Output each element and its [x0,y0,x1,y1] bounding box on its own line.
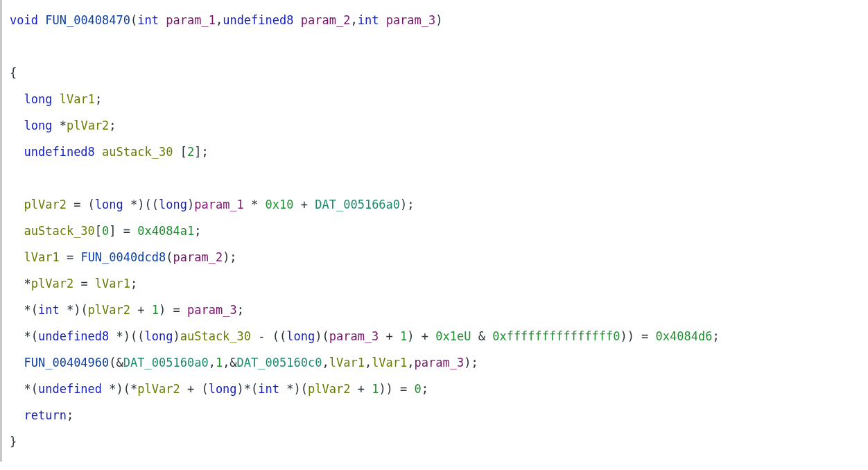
code-line: auStack_30[0] = 0x4084a1; [10,224,201,238]
code-line: plVar2 = (long *)((long)param_1 * 0x10 +… [10,198,415,211]
decompile-view[interactable]: void FUN_00408470(int param_1,undefined8… [0,0,868,462]
code-line: long *plVar2; [10,119,116,132]
param[interactable]: param_1 [166,13,216,27]
local-var[interactable]: auStack_30 [102,145,173,159]
code-line: long lVar1; [10,92,102,106]
code-line: *plVar2 = lVar1; [10,277,137,290]
code-line: } [10,435,17,449]
local-var[interactable]: lVar1 [60,92,95,106]
code-line: { [10,66,17,80]
global-data[interactable]: DAT_005160a0 [123,356,209,369]
param[interactable]: param_3 [386,13,436,27]
param[interactable]: param_2 [301,13,351,27]
code-line: *(int *)(plVar2 + 1) = param_3; [10,303,244,317]
global-data[interactable]: DAT_005160c0 [237,356,322,369]
code-line: void FUN_00408470(int param_1,undefined8… [10,13,443,27]
decompiled-code[interactable]: void FUN_00408470(int param_1,undefined8… [6,7,868,455]
code-line: lVar1 = FUN_0040dcd8(param_2); [10,250,237,264]
code-line: return; [10,408,73,422]
function-call[interactable]: FUN_0040dcd8 [80,250,166,264]
local-var[interactable]: plVar2 [67,119,109,132]
code-line: *(undefined *)(*plVar2 + (long)*(int *)(… [10,382,428,396]
global-data[interactable]: DAT_005166a0 [315,198,400,211]
code-line: *(undefined8 *)((long)auStack_30 - ((lon… [10,329,720,343]
code-line: undefined8 auStack_30 [2]; [10,145,209,159]
gutter [0,0,2,462]
function-call[interactable]: FUN_00404960 [24,356,109,369]
code-line: FUN_00404960(&DAT_005160a0,1,&DAT_005160… [10,356,478,369]
keyword-void: void [10,13,38,27]
function-name[interactable]: FUN_00408470 [45,13,130,27]
